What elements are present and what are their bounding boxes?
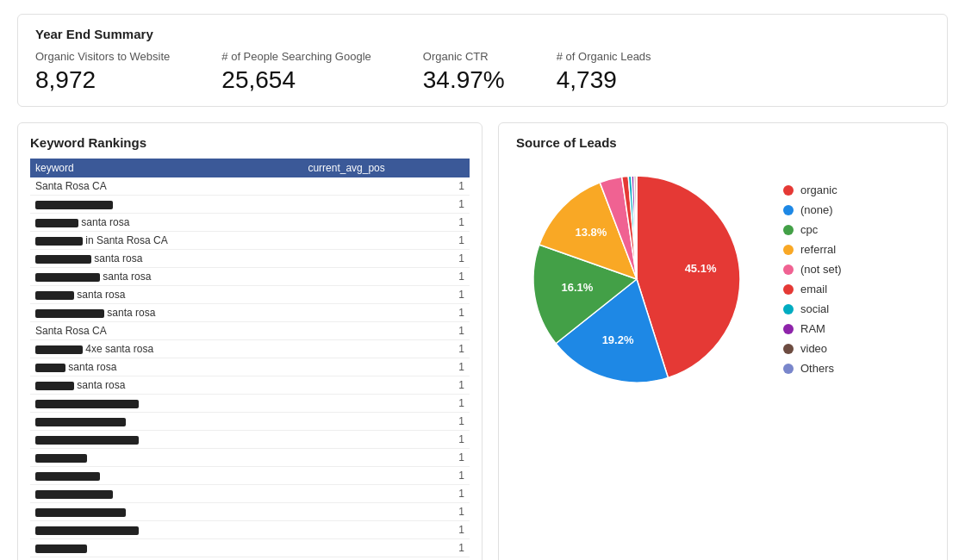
rank-cell: 1 <box>302 413 470 431</box>
legend-label-video: video <box>800 342 827 355</box>
legend-item-social: social <box>783 302 842 315</box>
redacted-bar <box>35 291 74 300</box>
legend-dot-(none) <box>783 205 794 215</box>
redacted-bar <box>35 201 113 209</box>
rank-cell: 1 <box>302 431 470 449</box>
legend-dot-organic <box>783 185 794 196</box>
metric-value-3: 4,739 <box>557 66 651 94</box>
rank-cell: 1 <box>302 449 470 467</box>
redacted-bar <box>35 273 100 282</box>
metric-label-1: # of People Searching Google <box>221 50 370 63</box>
redacted-bar <box>35 418 126 426</box>
pie-chart: 45.1%19.2%16.1%13.8% <box>516 159 757 400</box>
kw-cell: santa rosa <box>30 268 302 286</box>
redacted-bar <box>35 454 87 463</box>
kw-cell: in Santa Rosa CA <box>30 232 302 250</box>
summary-title: Year End Summary <box>35 27 930 41</box>
rank-cell: 1 <box>302 358 470 376</box>
keyword-table: keyword current_avg_pos Santa Rosa CA 1 … <box>30 159 470 560</box>
kw-cell: Santa Rosa CA <box>30 322 302 340</box>
table-row: 1 <box>30 467 470 485</box>
main-container: Year End Summary Organic Visitors to Web… <box>0 0 965 560</box>
kw-cell <box>30 431 302 449</box>
legend-item-cpc: cpc <box>783 223 842 236</box>
legend-label-Others: Others <box>800 362 834 375</box>
table-row: 1 <box>30 431 470 449</box>
kw-cell: santa rosa <box>30 358 302 376</box>
redacted-bar <box>35 472 100 481</box>
rank-cell: 1 <box>302 196 470 214</box>
table-row: santa rosa 1 <box>30 268 470 286</box>
table-row: santa rosa 1 <box>30 214 470 232</box>
rank-cell: 1 <box>302 539 470 557</box>
rank-cell: 1 <box>302 557 470 561</box>
kw-cell <box>30 539 302 557</box>
source-of-leads-panel: Source of Leads 45.1%19.2%16.1%13.8% org… <box>498 122 948 560</box>
leads-content: 45.1%19.2%16.1%13.8% organic (none) cpc … <box>516 159 930 400</box>
kw-cell: 4xe santa rosa <box>30 340 302 358</box>
table-row: in Santa Rosa CA 1 <box>30 232 470 250</box>
rank-cell: 1 <box>302 286 470 304</box>
redacted-bar <box>35 400 139 408</box>
redacted-bar <box>35 526 139 535</box>
table-row: 1 <box>30 395 470 413</box>
redacted-bar <box>35 436 139 445</box>
rank-cell: 1 <box>302 467 470 485</box>
col-keyword: keyword <box>30 159 302 177</box>
kw-cell <box>30 395 302 413</box>
legend-dot-(not set) <box>783 264 794 275</box>
table-row: santa rosa 1 <box>30 358 470 376</box>
pie-slice-Others <box>636 176 637 279</box>
table-row: Santa Rosa CA 1 <box>30 177 470 196</box>
legend-dot-video <box>783 344 794 354</box>
metric-value-1: 25,654 <box>221 66 370 94</box>
redacted-bar <box>35 309 104 318</box>
kw-cell: santa rosa <box>30 304 302 322</box>
legend: organic (none) cpc referral (not set) em… <box>783 184 842 375</box>
kw-cell: santa rosa <box>30 250 302 268</box>
table-row: santa rosa 1 <box>30 304 470 322</box>
legend-item-email: email <box>783 283 842 296</box>
kw-cell: Santa Rosa CA <box>30 177 302 196</box>
kw-cell <box>30 485 302 503</box>
metric-value-2: 34.97% <box>423 66 505 94</box>
legend-dot-email <box>783 284 794 295</box>
pie-chart-container: 45.1%19.2%16.1%13.8% <box>516 159 757 400</box>
redacted-bar <box>35 544 87 553</box>
legend-dot-social <box>783 304 794 314</box>
legend-label-social: social <box>800 302 829 315</box>
table-row: santa rosa 1 <box>30 250 470 268</box>
legend-label-RAM: RAM <box>800 322 825 335</box>
year-end-summary: Year End Summary Organic Visitors to Web… <box>17 14 948 107</box>
kw-cell <box>30 557 302 561</box>
keyword-rankings-panel: Keyword Rankings keyword current_avg_pos… <box>17 122 482 560</box>
legend-item-(none): (none) <box>783 203 842 216</box>
table-row: 1 <box>30 539 470 557</box>
redacted-bar <box>35 237 83 246</box>
rank-cell: 1 <box>302 214 470 232</box>
kw-cell <box>30 503 302 521</box>
table-row: 1 <box>30 521 470 539</box>
table-row: Santa Rosa CA 1 <box>30 322 470 340</box>
legend-label-(none): (none) <box>800 203 833 216</box>
metric-item-0: Organic Visitors to Website 8,972 <box>35 50 170 94</box>
redacted-bar <box>35 382 74 390</box>
rank-cell: 1 <box>302 340 470 358</box>
legend-dot-Others <box>783 364 794 374</box>
table-row: santa rosa 1 <box>30 286 470 304</box>
rank-cell: 1 <box>302 177 470 196</box>
redacted-bar <box>35 490 113 499</box>
table-row: 1 <box>30 557 470 561</box>
kw-cell: santa rosa <box>30 286 302 304</box>
metric-label-3: # of Organic Leads <box>557 50 651 63</box>
col-rank: current_avg_pos <box>302 159 470 177</box>
pie-label: 45.1% <box>685 262 717 275</box>
keyword-table-body: Santa Rosa CA 1 1 santa rosa 1 in Santa … <box>30 177 470 560</box>
kw-cell <box>30 449 302 467</box>
metric-item-3: # of Organic Leads 4,739 <box>557 50 651 94</box>
table-row: 1 <box>30 485 470 503</box>
rank-cell: 1 <box>302 304 470 322</box>
table-row: 1 <box>30 196 470 214</box>
redacted-bar <box>35 508 126 517</box>
metric-value-0: 8,972 <box>35 66 170 94</box>
